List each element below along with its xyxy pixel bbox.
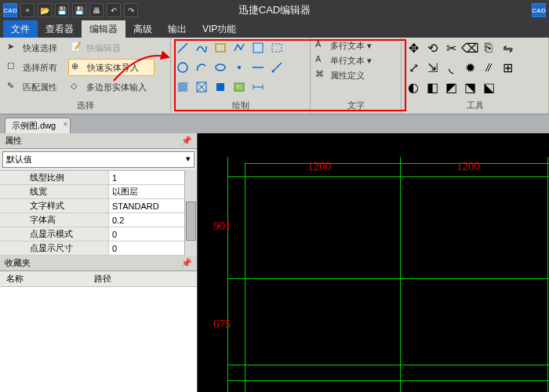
app-icon[interactable]: CAD — [3, 3, 17, 17]
select-all-icon: ☐ — [7, 61, 20, 74]
attr-icon: ⌘ — [315, 69, 328, 82]
explode-icon[interactable]: ✹ — [463, 60, 477, 74]
ribbon-group-draw: 绘制 — [171, 38, 311, 114]
mtext-button[interactable]: A多行文本▾ — [315, 39, 396, 52]
menu-bar: 文件 查看器 编辑器 高级 输出 VIP功能 — [0, 20, 549, 38]
pin-icon[interactable]: 📌 — [181, 136, 192, 146]
dashed-rect-icon[interactable] — [270, 41, 284, 55]
quick-select-button[interactable]: ➤快速选择 — [5, 39, 66, 56]
spline-icon[interactable] — [195, 41, 209, 55]
svg-rect-10 — [235, 83, 244, 91]
rect-icon[interactable] — [213, 41, 227, 55]
tab-editor[interactable]: 编辑器 — [82, 20, 125, 38]
drawing-canvas[interactable]: 1200 1200 901 675 — [198, 133, 549, 392]
scrollbar[interactable] — [184, 170, 197, 256]
stext-button[interactable]: A单行文本▾ — [315, 54, 396, 67]
tab-vip[interactable]: VIP功能 — [195, 20, 244, 38]
prop-value[interactable]: 0 — [108, 241, 184, 255]
tool-a-icon[interactable]: ◐ — [406, 80, 420, 94]
dim-icon[interactable] — [251, 80, 265, 94]
ribbon-group-text: A多行文本▾ A单行文本▾ ⌘属性定义 文字 — [311, 38, 402, 114]
prop-value[interactable]: 0 — [108, 227, 184, 241]
tab-advanced[interactable]: 高级 — [125, 20, 160, 38]
favorites-list — [0, 287, 197, 392]
edit-icon: 📝 — [71, 42, 83, 54]
copy-icon[interactable]: ⎘ — [482, 41, 496, 55]
document-tab[interactable]: 示例图.dwg × — [5, 118, 71, 133]
dropdown-icon: ▾ — [367, 56, 372, 66]
dimension-value: 675 — [213, 318, 231, 331]
rotate-icon[interactable]: ⟲ — [425, 41, 439, 55]
properties-header: 属性 📌 — [0, 133, 197, 149]
mirror-icon[interactable]: ⇋ — [500, 41, 514, 55]
block-icon[interactable] — [251, 41, 265, 55]
dimension-value: 1200 — [307, 160, 331, 173]
tab-output[interactable]: 输出 — [160, 20, 195, 38]
document-tab-bar: 示例图.dwg × — [0, 114, 549, 133]
group-label-draw: 绘制 — [176, 99, 305, 114]
saveas-icon[interactable]: 💾 — [72, 3, 86, 17]
scale-icon[interactable]: ⤢ — [406, 60, 420, 74]
line-icon[interactable] — [176, 41, 190, 55]
group-label-select: 选择 — [5, 99, 165, 114]
new-icon[interactable]: ＋ — [20, 3, 35, 17]
tool-e-icon[interactable]: ⬕ — [482, 80, 496, 94]
polygon-icon: ◇ — [71, 81, 83, 93]
quick-entity-import-button[interactable]: ⊕快速实体导入 — [68, 59, 155, 76]
prop-value[interactable]: STANDARD — [108, 199, 184, 212]
print-icon[interactable]: 🖶 — [89, 3, 104, 17]
svg-rect-9 — [216, 83, 224, 91]
solid-icon[interactable] — [213, 80, 227, 94]
save-icon[interactable]: 💾 — [55, 3, 69, 17]
pin-icon[interactable]: 📌 — [181, 258, 192, 268]
xline-icon[interactable] — [251, 60, 265, 74]
cursor-icon: ➤ — [7, 42, 20, 54]
move-icon[interactable]: ✥ — [406, 41, 420, 55]
circle-icon[interactable] — [176, 60, 190, 74]
erase-icon[interactable]: ⌫ — [463, 41, 477, 55]
stretch-icon[interactable]: ⇲ — [425, 60, 439, 74]
offset-icon[interactable]: ⫽ — [482, 60, 496, 74]
hatch2-icon[interactable] — [195, 80, 209, 94]
match-props-button[interactable]: ✎匹配属性 — [5, 78, 66, 96]
group-label-text: 文字 — [315, 99, 396, 114]
tool-d-icon[interactable]: ⬔ — [463, 80, 477, 94]
cad-badge-icon[interactable]: CAD — [532, 3, 546, 17]
close-icon[interactable]: × — [63, 120, 67, 129]
arc-icon[interactable] — [195, 60, 209, 74]
svg-point-4 — [216, 64, 225, 71]
favorites-columns: 名称路径 — [0, 271, 197, 287]
trim-icon[interactable]: ✂ — [444, 41, 458, 55]
quick-editor-button[interactable]: 📝快编辑器 — [68, 39, 155, 56]
layer-combo[interactable]: 默认值▾ — [2, 151, 195, 168]
svg-rect-0 — [216, 44, 225, 52]
redo-icon[interactable]: ↷ — [124, 3, 138, 17]
svg-rect-2 — [272, 44, 282, 52]
dimension-value: 1200 — [456, 160, 480, 173]
prop-value[interactable]: 0.2 — [108, 213, 184, 227]
ellipse-icon[interactable] — [213, 60, 227, 74]
ray-icon[interactable] — [270, 60, 284, 74]
prop-value[interactable]: 以图层 — [108, 185, 184, 198]
favorites-header: 收藏夹 📌 — [0, 256, 197, 271]
mtext-icon: A — [315, 39, 328, 52]
hatch-icon[interactable] — [176, 80, 190, 94]
title-bar: CAD ＋ 📂 💾 💾 🖶 ↶ ↷ 迅捷CAD编辑器 CAD — [0, 0, 549, 20]
tool-b-icon[interactable]: ◧ — [425, 80, 439, 94]
point-icon[interactable] — [232, 60, 246, 74]
tab-viewer[interactable]: 查看器 — [38, 20, 82, 38]
attrdef-button[interactable]: ⌘属性定义 — [315, 69, 396, 82]
polygon-input-button[interactable]: ◇多边形实体输入 — [68, 78, 162, 96]
svg-point-11 — [237, 85, 239, 88]
prop-value[interactable]: 1 — [108, 171, 184, 184]
tab-file[interactable]: 文件 — [3, 20, 38, 38]
fillet-icon[interactable]: ◟ — [444, 60, 458, 74]
undo-icon[interactable]: ↶ — [107, 3, 121, 17]
polyline-icon[interactable] — [232, 41, 246, 55]
image-icon[interactable] — [232, 80, 246, 94]
array-icon[interactable]: ⊞ — [500, 60, 514, 74]
open-icon[interactable]: 📂 — [38, 3, 52, 17]
select-all-button[interactable]: ☐选择所有 — [5, 59, 66, 76]
tool-c-icon[interactable]: ◩ — [444, 80, 458, 94]
dropdown-icon: ▾ — [367, 41, 372, 51]
